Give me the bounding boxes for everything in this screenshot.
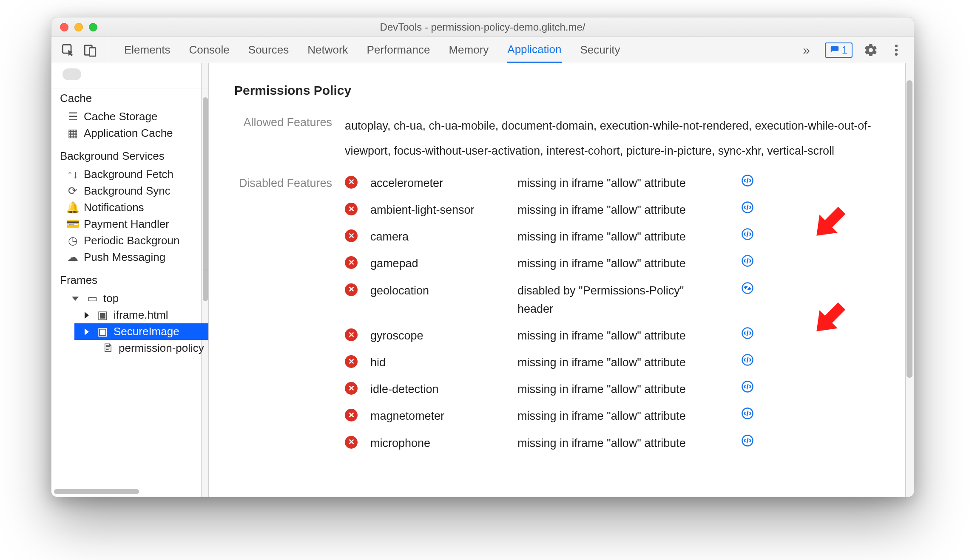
page-title: Permissions Policy bbox=[234, 80, 888, 101]
reveal-element-icon[interactable] bbox=[728, 327, 767, 339]
sidebar-item-application-cache[interactable]: ▦Application Cache bbox=[51, 125, 208, 141]
devtools-tabbar: ElementsConsoleSourcesNetworkPerformance… bbox=[51, 37, 914, 63]
error-icon bbox=[345, 328, 358, 341]
frame-icon: ▣ bbox=[97, 325, 108, 338]
svg-point-4 bbox=[895, 48, 898, 51]
document-icon: 🖹 bbox=[102, 342, 114, 355]
sidebar-item-background-sync[interactable]: ⟳Background Sync bbox=[51, 183, 208, 199]
feature-reason: missing in iframe "allow" attribute bbox=[517, 201, 722, 219]
reveal-element-icon[interactable] bbox=[728, 174, 767, 187]
sidebar-frame-iframe[interactable]: ▣iframe.html bbox=[74, 307, 208, 323]
card-icon: 💳 bbox=[67, 218, 79, 231]
caret-down-icon bbox=[72, 297, 79, 301]
reveal-element-icon[interactable] bbox=[728, 434, 767, 447]
sidebar: Cache ☰Cache Storage ▦Application Cache … bbox=[51, 63, 209, 497]
tab-performance[interactable]: Performance bbox=[367, 37, 430, 63]
sidebar-section-background: Background Services bbox=[51, 146, 208, 166]
sidebar-item-push-messaging[interactable]: ☁Push Messaging bbox=[51, 249, 208, 266]
feature-name: accelerometer bbox=[370, 174, 511, 192]
feature-reason: missing in iframe "allow" attribute bbox=[517, 327, 722, 345]
tab-network[interactable]: Network bbox=[307, 37, 348, 63]
feature-name: idle-detection bbox=[370, 380, 511, 399]
error-icon bbox=[345, 355, 358, 368]
sidebar-frame-secureimage[interactable]: ▣SecureImage bbox=[74, 323, 208, 340]
svg-point-3 bbox=[895, 44, 898, 47]
cloud-icon: ☁ bbox=[67, 251, 79, 264]
sidebar-section-frames: Frames bbox=[51, 270, 208, 290]
annotation-arrow-icon bbox=[808, 297, 850, 342]
annotation-arrow-icon bbox=[808, 202, 850, 246]
feature-name: gyroscope bbox=[370, 327, 511, 345]
feature-reason: disabled by "Permissions-Policy" header bbox=[517, 282, 722, 318]
error-icon bbox=[345, 256, 358, 269]
sidebar-item-periodic-background[interactable]: ◷Periodic Backgroun bbox=[51, 232, 208, 249]
sidebar-frame-top[interactable]: ▭top bbox=[62, 290, 208, 307]
allowed-features-value: autoplay, ch-ua, ch-ua-mobile, document-… bbox=[345, 113, 888, 164]
sidebar-item-payment-handler[interactable]: 💳Payment Handler bbox=[51, 216, 208, 232]
sidebar-item-cache-storage[interactable]: ☰Cache Storage bbox=[51, 108, 208, 125]
error-icon bbox=[345, 229, 358, 242]
more-tabs-icon[interactable]: » bbox=[799, 43, 814, 57]
frame-icon: ▣ bbox=[97, 308, 108, 322]
clock-icon: ◷ bbox=[67, 234, 79, 247]
sidebar-section-cache: Cache bbox=[51, 88, 208, 108]
window-title: DevTools - permission-policy-demo.glitch… bbox=[51, 21, 914, 33]
feature-reason: missing in iframe "allow" attribute bbox=[517, 255, 722, 273]
fetch-icon: ↑↓ bbox=[67, 168, 79, 181]
sync-icon: ⟳ bbox=[67, 184, 79, 198]
bell-icon: 🔔 bbox=[67, 201, 79, 214]
feature-reason: missing in iframe "allow" attribute bbox=[517, 434, 722, 453]
reveal-element-icon[interactable] bbox=[728, 380, 767, 393]
issues-count: 1 bbox=[842, 44, 847, 56]
caret-right-icon bbox=[85, 312, 89, 319]
feature-name: camera bbox=[370, 228, 511, 246]
error-icon bbox=[345, 283, 358, 296]
sidebar-item-notifications[interactable]: 🔔Notifications bbox=[51, 199, 208, 216]
reveal-element-icon[interactable] bbox=[728, 228, 767, 240]
devtools-window: DevTools - permission-policy-demo.glitch… bbox=[51, 17, 914, 497]
issues-chip[interactable]: 1 bbox=[825, 42, 853, 58]
sidebar-scrollbar-horizontal[interactable] bbox=[54, 489, 206, 494]
svg-point-10 bbox=[742, 283, 753, 293]
tab-sources[interactable]: Sources bbox=[248, 37, 289, 63]
tab-memory[interactable]: Memory bbox=[449, 37, 489, 63]
reveal-network-icon[interactable] bbox=[728, 282, 767, 294]
disabled-features-label: Disabled Features bbox=[234, 174, 345, 453]
error-icon bbox=[345, 176, 358, 189]
tab-elements[interactable]: Elements bbox=[124, 37, 170, 63]
sidebar-item-background-fetch[interactable]: ↑↓Background Fetch bbox=[51, 166, 208, 183]
database-icon: ☰ bbox=[67, 110, 79, 123]
reveal-element-icon[interactable] bbox=[728, 354, 767, 366]
svg-point-5 bbox=[895, 53, 898, 55]
kebab-menu-icon[interactable] bbox=[889, 43, 904, 57]
svg-rect-2 bbox=[90, 48, 96, 56]
feature-name: microphone bbox=[370, 434, 511, 453]
sidebar-frame-permission-policy[interactable]: 🖹permission-policy bbox=[74, 340, 208, 356]
allowed-features-label: Allowed Features bbox=[234, 113, 345, 164]
feature-name: ambient-light-sensor bbox=[370, 201, 511, 219]
main-pane: Permissions Policy Allowed Features auto… bbox=[209, 63, 914, 497]
reveal-element-icon[interactable] bbox=[728, 407, 767, 420]
feature-name: geolocation bbox=[370, 282, 511, 300]
error-icon bbox=[345, 409, 358, 421]
grid-icon: ▦ bbox=[67, 127, 79, 140]
feature-reason: missing in iframe "allow" attribute bbox=[517, 407, 722, 425]
feature-reason: missing in iframe "allow" attribute bbox=[517, 380, 722, 399]
device-toolbar-icon[interactable] bbox=[83, 43, 97, 57]
feature-reason: missing in iframe "allow" attribute bbox=[517, 354, 722, 372]
settings-icon[interactable] bbox=[864, 43, 878, 57]
tab-console[interactable]: Console bbox=[189, 37, 229, 63]
caret-right-icon bbox=[85, 328, 89, 335]
reveal-element-icon[interactable] bbox=[728, 255, 767, 267]
feature-reason: missing in iframe "allow" attribute bbox=[517, 228, 722, 246]
tab-application[interactable]: Application bbox=[507, 37, 561, 63]
reveal-element-icon[interactable] bbox=[728, 201, 767, 214]
main-scrollbar-vertical[interactable] bbox=[905, 63, 914, 497]
feature-reason: missing in iframe "allow" attribute bbox=[517, 174, 722, 192]
feature-name: hid bbox=[370, 354, 511, 372]
feature-name: magnetometer bbox=[370, 407, 511, 425]
error-icon bbox=[345, 382, 358, 395]
tab-security[interactable]: Security bbox=[580, 37, 620, 63]
inspect-icon[interactable] bbox=[61, 43, 75, 57]
window-icon: ▭ bbox=[86, 292, 98, 305]
